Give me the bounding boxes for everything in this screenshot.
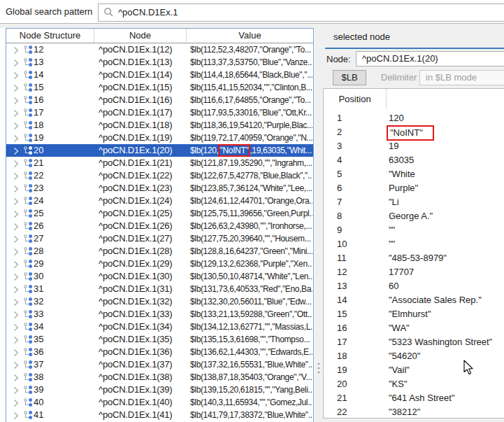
- position-index: 2: [337, 125, 342, 139]
- tree-row-node-19[interactable]: 19^poCN.D1Ex.1(19)$lb(119,72,17,40959,"O…: [6, 132, 313, 144]
- position-row-15[interactable]: 15"Elmhurst": [324, 307, 504, 321]
- tree-expander-icon[interactable]: [13, 411, 19, 422]
- position-index: 20: [337, 377, 347, 391]
- tree-row-node-14[interactable]: 14^poCN.D1Ex.1(14)$lb(114,4,18,65644,"Bl…: [6, 69, 313, 81]
- position-row-7[interactable]: 7"Li: [324, 195, 504, 209]
- node-name: ^poCN.D1Ex.1(19): [99, 132, 173, 144]
- tree-row-node-18[interactable]: 18^poCN.D1Ex.1(18)$lb(118,36,19,54120,"P…: [6, 119, 313, 132]
- position-row-21[interactable]: 21"641 Ash Street": [324, 391, 504, 405]
- tree-row-node-22[interactable]: 22^poCN.D1Ex.1(22)$lb(122,67,5,42778,"Bl…: [6, 169, 313, 182]
- position-row-13[interactable]: 1360: [324, 279, 504, 293]
- tree-row-node-35[interactable]: 35^poCN.D1Ex.1(35)$lb(135,15,3,61698,"",…: [6, 333, 313, 346]
- tree-row-node-12[interactable]: 12^poCN.D1Ex.1(12)$lb(112,52,3,48207,"Or…: [6, 43, 313, 56]
- node-name: ^poCN.D1Ex.1(23): [99, 182, 173, 195]
- tree-row-node-20[interactable]: 20^poCN.D1Ex.1(20)$lb(120,"NoINT",19,630…: [6, 144, 313, 157]
- position-row-12[interactable]: 1217707: [324, 265, 504, 279]
- tree-row-node-36[interactable]: 36^poCN.D1Ex.1(36)$lb(136,62,1,44303,"",…: [6, 346, 313, 358]
- position-row-22[interactable]: 22"38212": [324, 405, 504, 419]
- node-number: 21: [34, 157, 43, 169]
- column-header-value[interactable]: Value: [187, 29, 313, 43]
- tree-row-node-33[interactable]: 33^poCN.D1Ex.1(33)$lb(133,21,13,59288,"G…: [6, 308, 313, 321]
- tree-row-node-38[interactable]: 38^poCN.D1Ex.1(38)$lb(138,87,18,35403,"O…: [6, 371, 313, 384]
- position-row-17[interactable]: 17"5323 Washington Street": [324, 335, 504, 349]
- tree-row-node-37[interactable]: 37^poCN.D1Ex.1(37)$lb(137,32,16,55531,"B…: [6, 358, 313, 371]
- tree-row-node-23[interactable]: 23^poCN.D1Ex.1(23)$lb(123,85,7,36124,"Wh…: [6, 182, 313, 195]
- node-name: ^poCN.D1Ex.1(33): [99, 308, 173, 321]
- node-name: ^poCN.D1Ex.1(32): [99, 295, 173, 308]
- global-search-input[interactable]: ^poCN.D1Ex.1: [98, 3, 504, 22]
- tree-row-node-24[interactable]: 24^poCN.D1Ex.1(24)$lb(124,61,12,44701,"O…: [6, 195, 313, 207]
- lb-mode-button[interactable]: $LB: [333, 70, 366, 85]
- node-number: 19: [34, 132, 43, 144]
- position-row-1[interactable]: 1120: [324, 111, 504, 125]
- tree-row-node-30[interactable]: 30^poCN.D1Ex.1(30)$lb(130,50,10,48714,"W…: [6, 270, 313, 283]
- tree-row-node-41[interactable]: 41^poCN.D1Ex.1(41)$lb(141,79,17,38372,"B…: [6, 409, 313, 421]
- position-value: "38212": [389, 405, 420, 419]
- tab-selected-node[interactable]: selected node: [333, 31, 390, 42]
- position-row-11[interactable]: 11"485-53-8979": [324, 251, 504, 265]
- column-header-position[interactable]: Position: [324, 89, 387, 109]
- node-name: ^poCN.D1Ex.1(22): [99, 169, 173, 182]
- tree-row-node-29[interactable]: 29^poCN.D1Ex.1(29)$lb(129,13,2,62368,"Pu…: [6, 258, 313, 270]
- node-value: $lb(140,3,11,65934,"","Gomez,Jul...: [190, 396, 312, 409]
- node-value: $lb(121,87,19,35290,"","Ingrahm,...: [190, 157, 312, 169]
- position-row-2[interactable]: 2"NoINT": [324, 125, 504, 139]
- position-row-19[interactable]: 19"Vail": [324, 363, 504, 377]
- node-name: ^poCN.D1Ex.1(40): [99, 396, 173, 409]
- red-annotation-box: "NoINT": [218, 144, 251, 157]
- position-index: 19: [337, 363, 347, 377]
- position-row-9[interactable]: 9"": [324, 223, 504, 237]
- tree-row-node-32[interactable]: 32^poCN.D1Ex.1(32)$lb(132,30,20,56011,"B…: [6, 295, 313, 308]
- node-number: 18: [34, 119, 43, 132]
- node-name: ^poCN.D1Ex.1(39): [99, 384, 173, 396]
- tree-row-node-40[interactable]: 40^poCN.D1Ex.1(40)$lb(140,3,11,65934,"",…: [6, 396, 313, 409]
- column-header-node[interactable]: Node: [94, 29, 187, 43]
- node-value: $lb(128,8,16,64237,"Green","Mini...: [190, 245, 312, 258]
- tree-row-node-15[interactable]: 15^poCN.D1Ex.1(15)$lb(115,41,15,52034,""…: [6, 81, 313, 94]
- tree-row-node-17[interactable]: 17^poCN.D1Ex.1(17)$lb(117,93,5,33016,"Bl…: [6, 106, 313, 119]
- position-table[interactable]: Position 11202"NoINT"3194630355"White6Pu…: [323, 88, 504, 419]
- position-row-3[interactable]: 319: [324, 139, 504, 153]
- position-value: "54620": [389, 349, 420, 363]
- position-row-18[interactable]: 18"54620": [324, 349, 504, 363]
- tree-row-node-31[interactable]: 31^poCN.D1Ex.1(31)$lb(131,73,6,40533,"Re…: [6, 283, 313, 295]
- position-row-6[interactable]: 6Purple": [324, 181, 504, 195]
- tree-row-node-25[interactable]: 25^poCN.D1Ex.1(25)$lb(125,75,11,39656,"G…: [6, 207, 313, 220]
- column-header-node-structure[interactable]: Node Structure: [6, 29, 94, 43]
- splitter-grip[interactable]: [317, 363, 320, 376]
- tree-row-node-13[interactable]: 13^poCN.D1Ex.1(13)$lb(113,37,3,53750,"Bl…: [6, 56, 313, 69]
- red-annotation-box: "NoINT": [387, 125, 434, 141]
- position-value: "Elmhurst": [389, 307, 431, 321]
- node-name: ^poCN.D1Ex.1(17): [99, 106, 173, 119]
- position-row-10[interactable]: 10"": [324, 237, 504, 251]
- tree-row-node-27[interactable]: 27^poCN.D1Ex.1(27)$lb(127,75,20,39640,""…: [6, 232, 313, 245]
- tree-row-node-28[interactable]: 28^poCN.D1Ex.1(28)$lb(128,8,16,64237,"Gr…: [6, 245, 313, 258]
- tree-row-node-26[interactable]: 26^poCN.D1Ex.1(26)$lb(126,63,2,43980,"",…: [6, 220, 313, 232]
- tree-row-node-16[interactable]: 16^poCN.D1Ex.1(16)$lb(116,6,17,64855,"Or…: [6, 94, 313, 106]
- position-row-16[interactable]: 16"WA": [324, 321, 504, 335]
- node-value: $lb(135,15,3,61698,"","Thompso...: [190, 333, 312, 346]
- position-index: 10: [337, 237, 347, 251]
- position-row-4[interactable]: 463035: [324, 153, 504, 167]
- node-value: $lb(116,6,17,64855,"Orange","To...: [190, 94, 312, 106]
- node-value-field[interactable]: ^poCN.D1Ex.1(20): [356, 51, 504, 66]
- tree-row-node-34[interactable]: 34^poCN.D1Ex.1(34)$lb(134,12,13,62771,""…: [6, 321, 313, 333]
- node-value: $lb(141,79,17,38372,"Blue,White"...: [190, 409, 312, 421]
- position-row-20[interactable]: 20"KS": [324, 377, 504, 391]
- delimiter-input[interactable]: in $LB mode: [419, 70, 504, 85]
- position-index: 1: [337, 111, 342, 125]
- position-row-8[interactable]: 8George A.": [324, 209, 504, 223]
- tree-row-node-39[interactable]: 39^poCN.D1Ex.1(39)$lb(139,15,20,61815,""…: [6, 384, 313, 396]
- node-name: ^poCN.D1Ex.1(26): [99, 220, 173, 232]
- node-number: 38: [34, 371, 43, 384]
- node-number: 26: [34, 220, 43, 232]
- position-index: 7: [337, 195, 342, 209]
- position-row-14[interactable]: 14"Associate Sales Rep.": [324, 293, 504, 307]
- node-number: 25: [34, 207, 43, 220]
- tree-row-node-21[interactable]: 21^poCN.D1Ex.1(21)$lb(121,87,19,35290,""…: [6, 157, 313, 169]
- tree-table-header: Node Structure Node Value: [6, 29, 313, 43]
- node-value: $lb(119,72,17,40959,"Orange","N...: [190, 132, 312, 144]
- node-value: $lb(114,4,18,65644,"Black,Blue","...: [190, 69, 312, 81]
- global-node-tree-table[interactable]: Node Structure Node Value 12^poCN.D1Ex.1…: [6, 28, 314, 422]
- position-row-5[interactable]: 5"White: [324, 167, 504, 181]
